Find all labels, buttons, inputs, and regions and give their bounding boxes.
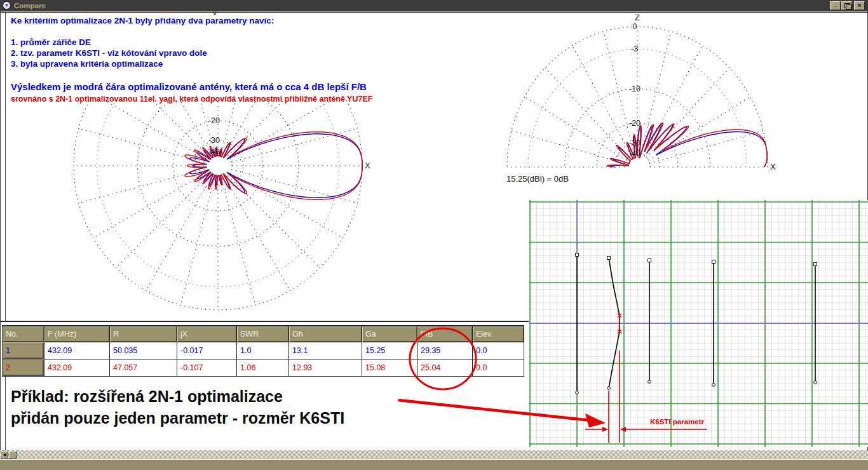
row1-fb: 29.35 bbox=[417, 342, 473, 359]
restore-button[interactable] bbox=[841, 1, 852, 10]
k6sti-parameter-label: K6STI parametr bbox=[650, 418, 705, 426]
table-row[interactable]: 2 432.09 47.057 -0.107 1.06 12.93 15.08 … bbox=[3, 359, 524, 377]
element-bottom-marker bbox=[814, 381, 817, 384]
panel-divider bbox=[1, 321, 529, 322]
window-left-border bbox=[0, 0, 1, 470]
panel-left-border-lower bbox=[5, 376, 6, 450]
ring-label: -30 bbox=[208, 136, 220, 145]
table-row[interactable]: 1 432.09 50.035 -0.017 1.0 13.1 15.25 29… bbox=[3, 342, 524, 359]
elevation-pattern-plot: 0-3-10-20-30-40XZ bbox=[496, 10, 826, 177]
row1-r: 50.035 bbox=[110, 342, 177, 359]
ring-label: -20 bbox=[208, 116, 220, 125]
row1-swr: 1.0 bbox=[237, 342, 289, 359]
row2-f: 432.09 bbox=[44, 359, 110, 377]
row2-swr: 1.06 bbox=[237, 359, 289, 377]
results-table: No. F (MHz) R jX SWR Gh Ga F/B Elev. 1 4… bbox=[2, 325, 524, 377]
element-top-marker bbox=[814, 263, 817, 266]
table-header-row: No. F (MHz) R jX SWR Gh Ga F/B Elev. bbox=[3, 326, 524, 342]
scroll-left-icon: ◀ bbox=[3, 452, 6, 457]
minimize-icon: _ bbox=[834, 0, 837, 7]
element-bottom-marker bbox=[648, 380, 651, 384]
element-top-marker bbox=[576, 253, 579, 257]
note-line-1: Příklad: rozšířená 2N-1 optimalizace bbox=[11, 387, 283, 406]
col-r[interactable]: R bbox=[110, 326, 177, 342]
col-f[interactable]: F (MHz) bbox=[44, 326, 110, 342]
window-title: Compare bbox=[14, 2, 46, 10]
ring-label: -30 bbox=[629, 138, 641, 147]
intro-heading: Ke kritériím optimalizace 2N-1 byly přid… bbox=[11, 16, 274, 25]
azimuth-pattern-plot: -20-30-40X bbox=[67, 100, 375, 319]
row1-ga: 15.25 bbox=[362, 342, 417, 359]
z-axis-label: Z bbox=[635, 13, 640, 22]
close-icon: × bbox=[857, 1, 861, 9]
row2-fb: 25.04 bbox=[417, 359, 473, 377]
row1-gh: 13.1 bbox=[289, 342, 362, 359]
element-bottom-marker bbox=[576, 391, 579, 394]
element-top-marker bbox=[607, 257, 611, 260]
x-axis-label: X bbox=[365, 161, 370, 170]
row1-f: 432.09 bbox=[44, 342, 110, 359]
element-top-marker bbox=[712, 260, 715, 264]
col-no[interactable]: No. bbox=[3, 326, 44, 342]
ring-label: -3 bbox=[631, 44, 638, 53]
row2-jx: -0.107 bbox=[177, 359, 237, 377]
element-bottom-marker bbox=[607, 387, 611, 390]
antenna-layout-diagram: K6STI parametr bbox=[529, 200, 868, 447]
intro-item-2: 2. tzv. parametr K6STI - viz kótování vp… bbox=[11, 48, 207, 58]
scroll-left-button[interactable]: ◀ bbox=[1, 451, 8, 459]
result-blue-text: Výsledkem je modrá čára optimalizované a… bbox=[11, 81, 367, 92]
intro-item-1: 1. průměr zářiče DE bbox=[11, 37, 91, 47]
col-jx[interactable]: jX bbox=[177, 326, 237, 342]
status-bar bbox=[0, 459, 868, 470]
row1-jx: -0.017 bbox=[177, 342, 237, 359]
app-icon: ▼ bbox=[3, 1, 11, 10]
row2-elev: 0.0 bbox=[473, 359, 524, 377]
col-ga[interactable]: Ga bbox=[362, 326, 417, 342]
ring-label: 0 bbox=[633, 22, 637, 31]
element-top-marker bbox=[648, 259, 651, 262]
row1-no: 1 bbox=[3, 342, 44, 359]
minimize-button[interactable]: _ bbox=[830, 1, 841, 10]
elevation-caption: 15.25(dBi) = 0dB bbox=[506, 174, 569, 184]
col-elev[interactable]: Elev. bbox=[473, 326, 524, 342]
close-button[interactable]: × bbox=[854, 1, 865, 10]
x-axis-label: X bbox=[770, 162, 776, 171]
row2-ga: 15.08 bbox=[362, 359, 417, 377]
horizontal-scrollbar[interactable]: ◀ bbox=[0, 450, 868, 459]
row2-gh: 12.93 bbox=[289, 359, 362, 377]
ring-label: -40 bbox=[208, 147, 220, 156]
ring-label: -40 bbox=[629, 149, 641, 158]
panel-left-border bbox=[5, 13, 6, 321]
row2-r: 47.057 bbox=[110, 359, 177, 377]
note-line-2: přidán pouze jeden parametr - rozměr K6S… bbox=[11, 409, 344, 427]
row2-no: 2 bbox=[3, 359, 44, 377]
ring-label: -20 bbox=[629, 119, 641, 128]
intro-item-3: 3. byla upravena kritéria optimalizace bbox=[11, 59, 163, 69]
ring-label: -10 bbox=[629, 84, 641, 93]
element-bottom-marker bbox=[712, 384, 715, 387]
scrollbar-thumb[interactable] bbox=[9, 451, 17, 459]
col-gh[interactable]: Gh bbox=[289, 326, 362, 342]
row1-elev: 0.0 bbox=[473, 342, 524, 359]
col-fb[interactable]: F/B bbox=[417, 326, 473, 342]
compare-window: ▼ Compare _ × ∨ Ke kritériím optimalizac… bbox=[0, 0, 868, 470]
col-swr[interactable]: SWR bbox=[237, 326, 289, 342]
